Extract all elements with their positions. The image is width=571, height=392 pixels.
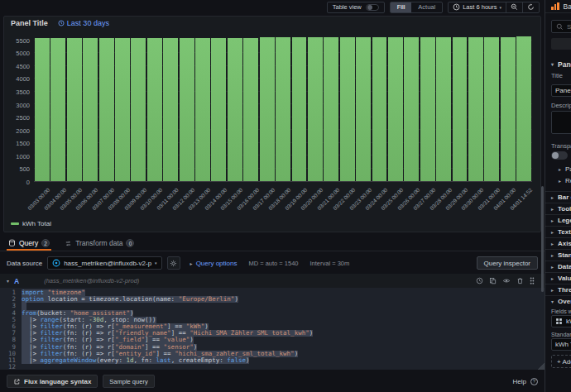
- section-value-mappings[interactable]: ▸Value mappings: [545, 272, 571, 284]
- code-line[interactable]: 2option location = timezone.location(nam…: [0, 296, 545, 303]
- x-tick: 03/12 00:00: [179, 184, 194, 217]
- section-label: Data links: [558, 263, 571, 270]
- y-tick-label: 2000: [16, 127, 30, 134]
- panel-title: Panel Title: [11, 19, 48, 27]
- panel-options-header[interactable]: ▾ Panel options: [545, 58, 571, 70]
- x-tick: 03/27 00:00: [420, 184, 435, 217]
- section-thresholds[interactable]: ▸Thresholds: [545, 284, 571, 295]
- option-sections: ▸Bar chart▸Tooltip▸Legend▸Text size▸Axis…: [545, 191, 571, 295]
- repeat-options-row[interactable]: ▸ Repeat options: [545, 174, 571, 186]
- options-search[interactable]: [551, 20, 571, 33]
- y-tick-label: 1500: [16, 140, 30, 147]
- x-tick: 04/01 00:00: [500, 184, 516, 217]
- panel-header[interactable]: Panel Title Last 30 days: [4, 17, 540, 30]
- query-ref-id: A: [14, 277, 19, 285]
- time-range-picker[interactable]: Last 6 hours ▾: [449, 2, 506, 12]
- editor-resize-handle[interactable]: [537, 362, 545, 370]
- clock-icon: [453, 3, 460, 11]
- sample-query-button[interactable]: Sample query: [103, 375, 154, 388]
- x-tick: 03/18 00:00: [275, 184, 290, 217]
- y-tick-label: 5000: [16, 50, 30, 57]
- bar: [211, 38, 226, 181]
- repeat-options-label: Repeat options: [565, 177, 571, 184]
- options-filter-box[interactable]: [551, 38, 571, 50]
- x-tick: 03/09 00:00: [131, 184, 146, 217]
- section-tooltip[interactable]: ▸Tooltip: [545, 203, 571, 214]
- override-matcher-select[interactable]: kWh Total ▾: [551, 315, 571, 327]
- override-property-value[interactable]: kWh Total: [551, 338, 571, 351]
- title-input[interactable]: [551, 84, 571, 97]
- chevron-right-icon: ▸: [551, 287, 554, 293]
- fill-button[interactable]: Fill: [391, 2, 412, 12]
- history-icon[interactable]: [476, 277, 483, 284]
- bar: [372, 37, 387, 181]
- section-label: Bar chart: [558, 194, 571, 201]
- tab-query[interactable]: Query 2: [8, 236, 50, 251]
- overrides-label: Overrides: [558, 298, 571, 305]
- section-axis[interactable]: ▸Axis: [545, 237, 571, 249]
- panel-links-row[interactable]: ▸ Panel links: [545, 163, 571, 174]
- chevron-right-icon: ▸: [551, 206, 554, 212]
- x-tick: 03/13 00:00: [194, 184, 210, 217]
- bar: [50, 38, 65, 181]
- x-tick: 03/03 00:00: [34, 184, 50, 217]
- section-text-size[interactable]: ▸Text size: [545, 226, 571, 237]
- bar: [324, 37, 338, 181]
- add-override-button[interactable]: + Add override: [551, 355, 571, 368]
- query-inspector-button[interactable]: Query inspector: [477, 256, 538, 270]
- copy-icon[interactable]: [489, 277, 497, 284]
- query-datasource-hint: (hass_metriken@influxdb-v2-prod): [44, 277, 139, 284]
- code-line[interactable]: 12: [0, 364, 545, 370]
- legend-label[interactable]: kWh Total: [22, 220, 51, 227]
- query-card-header[interactable]: ▾ A (hass_metriken@influxdb-v2-prod): [0, 274, 545, 288]
- trash-icon[interactable]: [516, 277, 524, 284]
- zoom-out-button[interactable]: [506, 2, 523, 12]
- section-data-links[interactable]: ▸Data links: [545, 261, 571, 272]
- datasource-settings-button[interactable]: [167, 256, 180, 270]
- bar: [501, 37, 516, 181]
- code-token: aggregateWindow: [41, 356, 97, 364]
- tab-transform[interactable]: Transform data 0: [65, 236, 134, 251]
- refresh-button[interactable]: [523, 2, 539, 12]
- y-axis-labels: 0500100015002000250030003500400045005000…: [4, 36, 30, 182]
- flux-code-editor[interactable]: 1import "timezone"2option location = tim…: [0, 288, 545, 370]
- flux-syntax-button[interactable]: Flux language syntax: [7, 375, 98, 388]
- drag-handle-icon[interactable]: [530, 277, 535, 284]
- transparent-toggle[interactable]: [551, 151, 568, 160]
- description-input[interactable]: [551, 111, 571, 134]
- time-range-label: Last 6 hours: [463, 3, 497, 11]
- query-options-toggle[interactable]: ▸ Query options: [190, 260, 238, 267]
- actual-button[interactable]: Actual: [411, 2, 442, 12]
- y-tick-label: 0: [26, 179, 30, 186]
- panel-time-override[interactable]: Last 30 days: [58, 19, 109, 27]
- main-scrollbar-thumb[interactable]: [541, 186, 544, 292]
- chevron-right-icon: ▸: [551, 252, 554, 258]
- section-legend[interactable]: ▸Legend: [545, 214, 571, 226]
- overrides-header[interactable]: ▾ Overrides: [545, 295, 571, 307]
- bar: [83, 38, 98, 181]
- section-label: Thresholds: [558, 286, 571, 294]
- table-view-toggle[interactable]: [366, 4, 379, 11]
- section-standard-options[interactable]: ▸Standard options: [545, 249, 571, 261]
- help-button[interactable]: Help ?: [513, 378, 538, 385]
- visualization-picker[interactable]: Bar chart: [545, 0, 571, 13]
- panel-links-label: Panel links: [565, 165, 571, 173]
- chevron-right-icon: ▸: [551, 241, 554, 246]
- legend[interactable]: kWh Total: [11, 220, 51, 227]
- code-token: false: [227, 356, 246, 364]
- line-number: 5: [0, 317, 22, 323]
- datasource-select[interactable]: hass_metriken@influxdb-v2-p ▾: [47, 256, 161, 270]
- code-line[interactable]: 11 |> aggregateWindow(every: 1d, fn: las…: [0, 357, 545, 364]
- bar: [356, 37, 371, 181]
- code-token: , createEmpty:: [171, 356, 228, 364]
- external-link-icon: [13, 378, 21, 385]
- help-label: Help: [513, 378, 526, 385]
- top-toolbar: Table view Fill Actual Last 6 hours ▾: [0, 0, 545, 14]
- gear-icon: [170, 260, 177, 267]
- code-text: option location = timezone.location(name…: [22, 296, 238, 303]
- code-token: , fn:: [133, 356, 156, 364]
- eye-icon[interactable]: [502, 277, 511, 284]
- section-bar-chart[interactable]: ▸Bar chart: [545, 191, 571, 203]
- x-tick: 03/16 00:00: [242, 184, 258, 217]
- options-search-input[interactable]: [567, 23, 571, 31]
